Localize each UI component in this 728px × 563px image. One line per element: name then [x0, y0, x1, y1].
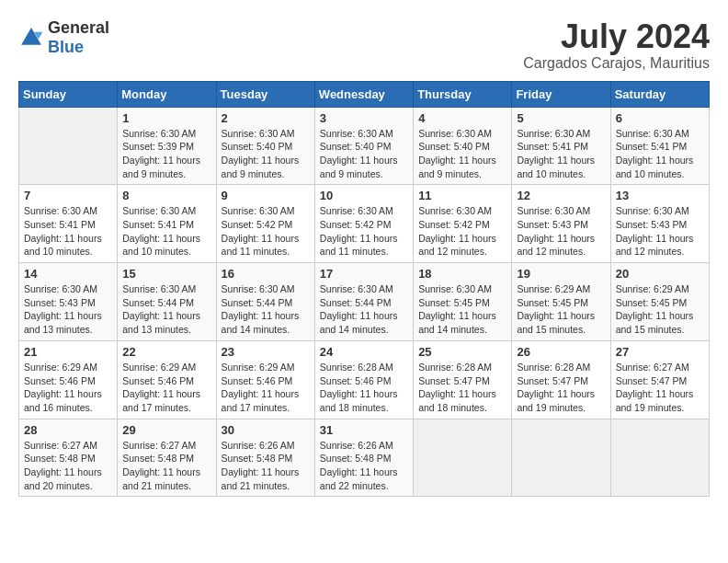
day-detail: Sunrise: 6:30 AMSunset: 5:41 PMDaylight:…	[24, 204, 112, 259]
day-cell: 13Sunrise: 6:30 AMSunset: 5:43 PMDayligh…	[610, 185, 709, 263]
day-detail: Sunrise: 6:27 AMSunset: 5:48 PMDaylight:…	[24, 439, 112, 493]
day-number: 20	[616, 267, 704, 281]
header-friday: Friday	[512, 81, 610, 107]
day-cell: 23Sunrise: 6:29 AMSunset: 5:46 PMDayligh…	[216, 340, 314, 419]
day-number: 10	[320, 189, 408, 202]
day-number: 11	[418, 189, 506, 202]
day-number: 24	[320, 345, 408, 359]
day-cell: 7Sunrise: 6:30 AMSunset: 5:41 PMDaylight…	[19, 185, 118, 263]
day-cell: 8Sunrise: 6:30 AMSunset: 5:41 PMDaylight…	[118, 185, 216, 263]
day-detail: Sunrise: 6:26 AMSunset: 5:48 PMDaylight:…	[320, 439, 408, 493]
logo-icon	[18, 25, 44, 51]
day-detail: Sunrise: 6:30 AMSunset: 5:41 PMDaylight:…	[122, 204, 210, 259]
day-cell: 17Sunrise: 6:30 AMSunset: 5:44 PMDayligh…	[314, 263, 413, 341]
day-cell: 15Sunrise: 6:30 AMSunset: 5:44 PMDayligh…	[118, 263, 216, 341]
day-detail: Sunrise: 6:29 AMSunset: 5:46 PMDaylight:…	[222, 361, 310, 415]
day-detail: Sunrise: 6:29 AMSunset: 5:46 PMDaylight:…	[122, 361, 210, 415]
week-row-1: 7Sunrise: 6:30 AMSunset: 5:41 PMDaylight…	[19, 185, 710, 263]
day-number: 6	[616, 111, 704, 125]
logo-blue: Blue	[48, 38, 84, 56]
day-cell: 20Sunrise: 6:29 AMSunset: 5:45 PMDayligh…	[610, 263, 709, 341]
location-title: Cargados Carajos, Mauritius	[523, 55, 710, 72]
day-detail: Sunrise: 6:30 AMSunset: 5:45 PMDaylight:…	[418, 282, 506, 337]
day-number: 27	[616, 345, 704, 359]
day-detail: Sunrise: 6:30 AMSunset: 5:41 PMDaylight:…	[517, 127, 605, 181]
day-number: 1	[122, 111, 210, 125]
day-cell	[610, 419, 709, 497]
day-cell: 10Sunrise: 6:30 AMSunset: 5:42 PMDayligh…	[314, 185, 413, 263]
day-detail: Sunrise: 6:26 AMSunset: 5:48 PMDaylight:…	[222, 439, 310, 493]
page-header: General Blue July 2024 Cargados Carajos,…	[18, 18, 710, 72]
day-cell: 5Sunrise: 6:30 AMSunset: 5:41 PMDaylight…	[512, 107, 610, 185]
header-wednesday: Wednesday	[314, 81, 413, 107]
day-detail: Sunrise: 6:30 AMSunset: 5:42 PMDaylight:…	[320, 204, 408, 259]
day-number: 18	[418, 267, 506, 281]
title-block: July 2024 Cargados Carajos, Mauritius	[523, 18, 710, 72]
day-cell: 2Sunrise: 6:30 AMSunset: 5:40 PMDaylight…	[216, 107, 314, 185]
day-number: 3	[320, 111, 408, 125]
day-detail: Sunrise: 6:27 AMSunset: 5:48 PMDaylight:…	[122, 439, 210, 493]
week-row-3: 21Sunrise: 6:29 AMSunset: 5:46 PMDayligh…	[19, 340, 710, 419]
day-number: 16	[222, 267, 310, 281]
day-detail: Sunrise: 6:30 AMSunset: 5:43 PMDaylight:…	[24, 282, 112, 337]
week-row-0: 1Sunrise: 6:30 AMSunset: 5:39 PMDaylight…	[19, 107, 710, 185]
day-number: 31	[320, 423, 408, 437]
week-row-4: 28Sunrise: 6:27 AMSunset: 5:48 PMDayligh…	[19, 419, 710, 497]
day-cell: 30Sunrise: 6:26 AMSunset: 5:48 PMDayligh…	[216, 419, 314, 497]
day-number: 8	[122, 189, 210, 202]
day-cell: 6Sunrise: 6:30 AMSunset: 5:41 PMDaylight…	[610, 107, 709, 185]
day-detail: Sunrise: 6:30 AMSunset: 5:40 PMDaylight:…	[222, 127, 310, 181]
header-thursday: Thursday	[414, 81, 512, 107]
header-saturday: Saturday	[610, 81, 709, 107]
day-cell	[512, 419, 610, 497]
day-cell: 25Sunrise: 6:28 AMSunset: 5:47 PMDayligh…	[414, 340, 512, 419]
day-cell: 14Sunrise: 6:30 AMSunset: 5:43 PMDayligh…	[19, 263, 118, 341]
day-cell: 11Sunrise: 6:30 AMSunset: 5:42 PMDayligh…	[414, 185, 512, 263]
header-sunday: Sunday	[19, 81, 118, 107]
day-cell: 1Sunrise: 6:30 AMSunset: 5:39 PMDaylight…	[118, 107, 216, 185]
day-number: 17	[320, 267, 408, 281]
day-cell: 3Sunrise: 6:30 AMSunset: 5:40 PMDaylight…	[314, 107, 413, 185]
day-number: 7	[24, 189, 112, 202]
day-detail: Sunrise: 6:30 AMSunset: 5:42 PMDaylight:…	[418, 204, 506, 259]
day-detail: Sunrise: 6:30 AMSunset: 5:41 PMDaylight:…	[616, 127, 704, 181]
day-detail: Sunrise: 6:27 AMSunset: 5:47 PMDaylight:…	[616, 361, 704, 415]
day-number: 25	[418, 345, 506, 359]
day-cell: 9Sunrise: 6:30 AMSunset: 5:42 PMDaylight…	[216, 185, 314, 263]
day-cell: 28Sunrise: 6:27 AMSunset: 5:48 PMDayligh…	[19, 419, 118, 497]
day-number: 15	[122, 267, 210, 281]
day-detail: Sunrise: 6:28 AMSunset: 5:46 PMDaylight:…	[320, 361, 408, 415]
day-number: 30	[222, 423, 310, 437]
day-number: 14	[24, 267, 112, 281]
day-cell: 18Sunrise: 6:30 AMSunset: 5:45 PMDayligh…	[414, 263, 512, 341]
logo-general: General	[48, 18, 109, 37]
header-monday: Monday	[118, 81, 216, 107]
day-detail: Sunrise: 6:29 AMSunset: 5:46 PMDaylight:…	[24, 361, 112, 415]
day-detail: Sunrise: 6:29 AMSunset: 5:45 PMDaylight:…	[616, 282, 704, 337]
day-detail: Sunrise: 6:28 AMSunset: 5:47 PMDaylight:…	[517, 361, 605, 415]
day-cell: 26Sunrise: 6:28 AMSunset: 5:47 PMDayligh…	[512, 340, 610, 419]
day-detail: Sunrise: 6:30 AMSunset: 5:40 PMDaylight:…	[418, 127, 506, 181]
day-cell: 24Sunrise: 6:28 AMSunset: 5:46 PMDayligh…	[314, 340, 413, 419]
day-number: 13	[616, 189, 704, 202]
day-number: 5	[517, 111, 605, 125]
day-cell	[19, 107, 118, 185]
day-cell	[414, 419, 512, 497]
logo-text: General Blue	[48, 18, 109, 57]
day-cell: 29Sunrise: 6:27 AMSunset: 5:48 PMDayligh…	[118, 419, 216, 497]
day-number: 19	[517, 267, 605, 281]
day-number: 23	[222, 345, 310, 359]
day-detail: Sunrise: 6:30 AMSunset: 5:44 PMDaylight:…	[320, 282, 408, 337]
day-detail: Sunrise: 6:28 AMSunset: 5:47 PMDaylight:…	[418, 361, 506, 415]
day-number: 29	[122, 423, 210, 437]
day-cell: 27Sunrise: 6:27 AMSunset: 5:47 PMDayligh…	[610, 340, 709, 419]
day-detail: Sunrise: 6:30 AMSunset: 5:39 PMDaylight:…	[122, 127, 210, 181]
week-row-2: 14Sunrise: 6:30 AMSunset: 5:43 PMDayligh…	[19, 263, 710, 341]
day-number: 26	[517, 345, 605, 359]
day-cell: 19Sunrise: 6:29 AMSunset: 5:45 PMDayligh…	[512, 263, 610, 341]
day-number: 9	[222, 189, 310, 202]
day-cell: 16Sunrise: 6:30 AMSunset: 5:44 PMDayligh…	[216, 263, 314, 341]
day-detail: Sunrise: 6:30 AMSunset: 5:42 PMDaylight:…	[222, 204, 310, 259]
day-detail: Sunrise: 6:30 AMSunset: 5:44 PMDaylight:…	[122, 282, 210, 337]
day-cell: 4Sunrise: 6:30 AMSunset: 5:40 PMDaylight…	[414, 107, 512, 185]
